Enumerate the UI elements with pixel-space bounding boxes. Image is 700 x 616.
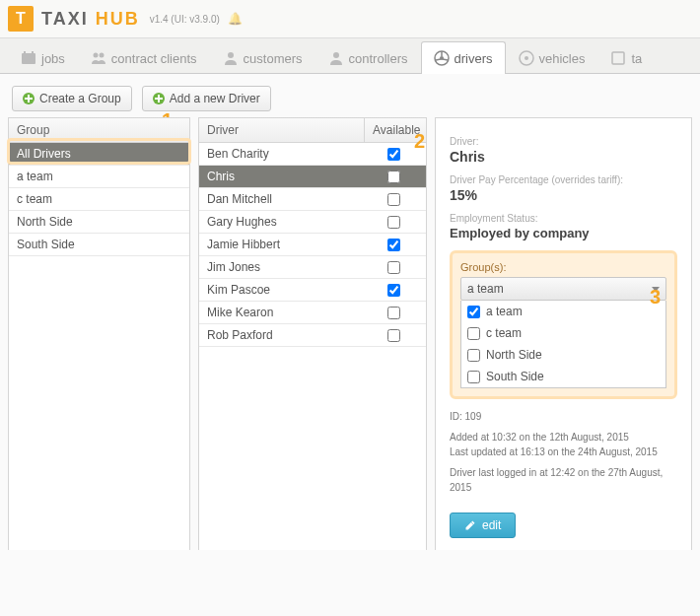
available-checkbox[interactable]: [387, 216, 400, 229]
driver-row[interactable]: Jim Jones: [199, 256, 426, 279]
groups-header: Group: [9, 118, 189, 143]
driver-row[interactable]: Mike Kearon: [199, 302, 426, 324]
groups-dropdown-value: a team: [467, 282, 504, 296]
available-checkbox[interactable]: [387, 148, 400, 161]
group-option-label: c team: [486, 326, 522, 340]
tab-ta[interactable]: ta: [597, 41, 655, 74]
available-checkbox[interactable]: [387, 193, 400, 206]
available-cell: [369, 216, 418, 229]
tab-customers[interactable]: customers: [210, 41, 315, 74]
driver-name: Mike Kearon: [207, 306, 369, 319]
employment-value: Employed by company: [450, 226, 677, 240]
driver-name: Kim Pascoe: [207, 283, 369, 297]
available-cell: [369, 261, 418, 274]
available-checkbox[interactable]: [387, 284, 400, 297]
svg-point-6: [333, 52, 339, 58]
svg-rect-2: [32, 51, 34, 54]
metadata-block: ID: 109 Added at 10:32 on the 12th Augus…: [450, 409, 677, 495]
svg-rect-11: [612, 52, 624, 64]
group-row[interactable]: South Side: [9, 234, 189, 256]
edit-button[interactable]: edit: [450, 513, 516, 538]
group-option[interactable]: North Side: [461, 344, 665, 366]
driver-name: Ben Charity: [207, 147, 369, 161]
available-cell: [369, 307, 418, 319]
driver-name: Rob Paxford: [207, 328, 369, 342]
drivers-header-name: Driver: [199, 118, 365, 143]
driver-row[interactable]: Kim Pascoe: [199, 279, 426, 302]
employment-label: Employment Status:: [450, 213, 677, 224]
pay-value: 15%: [450, 187, 677, 203]
main-tabs: jobscontract clientscustomerscontrollers…: [0, 38, 700, 74]
annotation-2: 2: [414, 130, 425, 153]
available-cell: [369, 284, 418, 297]
groups-field-label: Group(s):: [460, 261, 666, 273]
tab-vehicles[interactable]: vehicles: [506, 41, 598, 74]
group-option-label: a team: [486, 305, 523, 318]
available-checkbox[interactable]: [387, 329, 400, 342]
logo-square: T: [8, 6, 34, 32]
driver-row[interactable]: Jamie Hibbert: [199, 234, 426, 256]
available-checkbox[interactable]: [387, 261, 400, 274]
svg-point-10: [525, 56, 528, 60]
id-line: ID: 109: [450, 409, 677, 424]
groups-panel: Group All Driversa teamc teamNorth SideS…: [8, 117, 190, 550]
available-checkbox[interactable]: [387, 307, 400, 319]
add-driver-label: Add a new Driver: [170, 92, 260, 105]
plus-icon: [23, 93, 35, 104]
driver-label: Driver:: [450, 136, 677, 147]
plus-icon: [153, 93, 165, 104]
tab-contract-clients[interactable]: contract clients: [78, 41, 210, 74]
group-option-checkbox[interactable]: [467, 349, 480, 362]
add-driver-button[interactable]: Add a new Driver: [142, 86, 271, 111]
driver-name-value: Chris: [450, 149, 677, 165]
driver-name: Jamie Hibbert: [207, 238, 369, 251]
driver-row[interactable]: Ben Charity: [199, 143, 426, 166]
tab-jobs[interactable]: jobs: [8, 41, 78, 74]
tab-controllers[interactable]: controllers: [315, 41, 421, 74]
driver-row[interactable]: Chris: [199, 166, 426, 188]
group-row[interactable]: All Drivers: [9, 143, 189, 166]
groups-assignment-box: Group(s): a team a teamc teamNorth SideS…: [450, 250, 677, 399]
annotation-3: 3: [650, 286, 661, 308]
available-checkbox[interactable]: [387, 171, 400, 183]
tab-drivers[interactable]: drivers: [421, 41, 506, 74]
group-option-checkbox[interactable]: [467, 306, 480, 318]
create-group-label: Create a Group: [39, 92, 121, 105]
pay-label: Driver Pay Percentage (overrides tariff)…: [450, 174, 677, 185]
driver-row[interactable]: Dan Mitchell: [199, 188, 426, 211]
groups-dropdown[interactable]: a team: [460, 277, 666, 301]
brand-part-b: HUB: [96, 9, 140, 29]
group-row[interactable]: North Side: [9, 211, 189, 234]
available-cell: [369, 239, 418, 251]
group-option[interactable]: a team: [461, 301, 665, 322]
group-option-checkbox[interactable]: [467, 327, 480, 340]
available-cell: [369, 148, 418, 161]
available-cell: [369, 171, 418, 183]
toolbar: Create a Group Add a new Driver 1: [0, 74, 700, 117]
driver-name: Jim Jones: [207, 260, 369, 274]
group-row[interactable]: c team: [9, 188, 189, 211]
driver-row[interactable]: Rob Paxford: [199, 324, 426, 347]
group-option-label: North Side: [486, 348, 542, 362]
available-checkbox[interactable]: [387, 239, 400, 251]
group-option[interactable]: c team: [461, 322, 665, 344]
svg-point-4: [99, 53, 104, 58]
svg-rect-1: [24, 51, 26, 54]
driver-row[interactable]: Gary Hughes: [199, 211, 426, 234]
group-option-checkbox[interactable]: [467, 371, 480, 383]
bell-icon[interactable]: 🔔: [228, 12, 243, 26]
content-columns: Group All Driversa teamc teamNorth SideS…: [0, 117, 700, 550]
added-line: Added at 10:32 on the 12th August, 2015: [450, 432, 629, 443]
svg-rect-0: [22, 53, 35, 64]
group-row[interactable]: a team: [9, 166, 189, 188]
edit-icon: [464, 519, 476, 531]
brand-part-a: TAXI: [41, 9, 96, 29]
driver-name: Dan Mitchell: [207, 192, 369, 206]
drivers-panel: Driver Available Ben CharityChrisDan Mit…: [198, 117, 427, 550]
create-group-button[interactable]: Create a Group: [12, 86, 132, 111]
group-option[interactable]: South Side: [461, 366, 665, 387]
login-line: Driver last logged in at 12:42 on the 27…: [450, 465, 677, 495]
detail-panel: Driver: Chris Driver Pay Percentage (ove…: [435, 117, 692, 550]
edit-label: edit: [482, 518, 501, 532]
available-cell: [369, 329, 418, 342]
